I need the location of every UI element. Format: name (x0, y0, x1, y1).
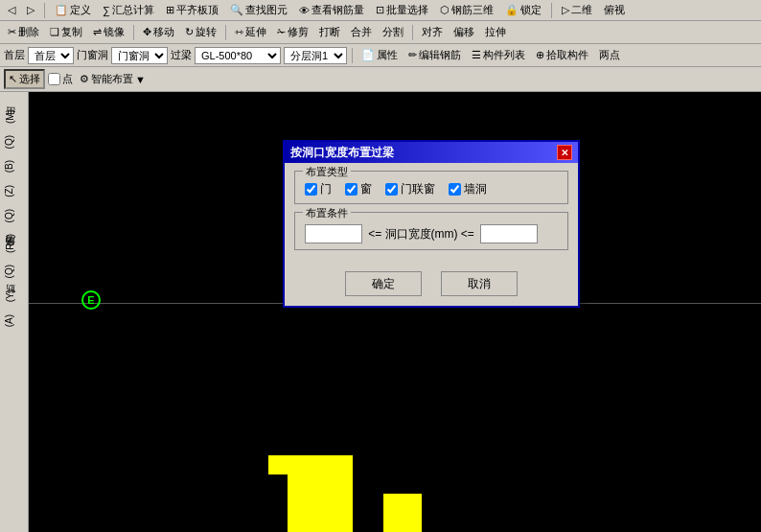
toolbar-property[interactable]: 📄 属性 (357, 46, 402, 64)
toolbar-arrow-left[interactable]: ◁ (4, 2, 19, 18)
toolbar-offset[interactable]: 偏移 (450, 23, 478, 41)
checkbox-door-window-label[interactable]: 门联窗 (385, 181, 435, 197)
floor-dropdown[interactable]: 首层 (28, 47, 74, 64)
toolbar-align[interactable]: 对齐 (418, 23, 447, 41)
left-panel-item-rf[interactable]: 层墙(RF) (2, 232, 26, 255)
toolbar-sum[interactable]: ∑ 汇总计算 (99, 1, 158, 19)
toolbar-copy[interactable]: ❏ 复制 (46, 23, 86, 41)
toolbar-delete[interactable]: ✂ 删除 (4, 23, 43, 41)
type-dropdown[interactable]: 门窗洞 (111, 47, 168, 64)
condition-text: <= 洞口宽度(mm) <= (368, 226, 474, 243)
toolbar-4: ↖ 选择 点 ⚙ 智能布置 ▼ (0, 67, 761, 92)
toolbar-mirror[interactable]: ⇌ 镜像 (89, 23, 128, 41)
checkbox-row: 门 窗 门联窗 墙洞 (305, 181, 558, 197)
smart-icon: ⚙ (80, 73, 89, 85)
checkbox-wall-hole[interactable] (449, 183, 461, 196)
sep6 (352, 48, 353, 63)
pick-icon: ⊕ (536, 49, 544, 61)
toolbar-merge[interactable]: 合并 (347, 23, 376, 41)
toolbar-3: 首层 首层 门窗洞 门窗洞 过梁 GL-500*80 分层洞1 📄 属性 ✏ 编… (0, 44, 761, 67)
layer-dropdown[interactable]: 分层洞1 (284, 47, 347, 64)
beam-dropdown[interactable]: GL-500*80 (195, 47, 281, 64)
checkbox-wall-hole-label[interactable]: 墙洞 (449, 181, 487, 197)
dialog-overlay: 按洞口宽度布置过梁 ✕ 布置类型 门 窗 (283, 140, 580, 308)
toolbar-edit-rebar[interactable]: ✏ 编辑钢筋 (404, 46, 465, 64)
toolbar-find-element[interactable]: 🔍 查找图元 (226, 1, 291, 19)
toolbar-break[interactable]: 打断 (315, 23, 344, 41)
edit-rebar-icon: ✏ (408, 49, 417, 61)
left-panel-item-a[interactable]: (A) (2, 312, 26, 329)
checkbox-window-label[interactable]: 窗 (345, 181, 372, 197)
e-marker: E (81, 290, 101, 310)
checkbox-door[interactable] (305, 183, 317, 196)
left-panel-item-y[interactable]: 筋(Y) (2, 288, 26, 304)
left-panel-item-m[interactable]: 出(M) (2, 107, 26, 126)
lock-icon: 🔒 (505, 4, 519, 16)
dialog-group-type: 布置类型 门 窗 门联窗 (294, 171, 568, 204)
black-gap-1 (268, 474, 288, 532)
toolbar-extend[interactable]: ⇿ 延伸 (231, 23, 270, 41)
condition-row: <= 洞口宽度(mm) <= (305, 224, 558, 243)
2d-icon: ▷ (562, 4, 569, 16)
align-top-icon: ⊞ (166, 4, 174, 16)
left-panel-item-z[interactable]: (Z) (2, 183, 26, 199)
toolbar-top-view[interactable]: 俯视 (600, 1, 629, 19)
condition-input-right[interactable] (480, 224, 538, 243)
left-panel-item-q[interactable]: (Q) (2, 133, 26, 150)
sep1 (44, 3, 45, 18)
sep4 (225, 25, 226, 40)
toolbar-batch-select[interactable]: ⊡ 批量选择 (372, 1, 432, 19)
left-panel-item-q3[interactable]: (Q) (2, 263, 26, 280)
condition-input-left[interactable] (305, 224, 362, 243)
canvas-area[interactable]: E 按洞口宽度布置过梁 ✕ 布置类型 门 (29, 92, 761, 532)
type-label: 门窗洞 (77, 48, 108, 62)
toolbar-align-top[interactable]: ⊞ 平齐板顶 (162, 1, 222, 19)
delete-icon: ✂ (8, 26, 16, 38)
left-panel-item-q2[interactable]: (Q) (2, 207, 26, 224)
toolbar-split[interactable]: 分割 (379, 23, 407, 41)
left-panel-item-b[interactable]: (B) (2, 158, 26, 174)
point-checkbox[interactable] (48, 73, 60, 85)
left-panel-item-type[interactable]: 型 (2, 96, 26, 100)
dialog-close-button[interactable]: ✕ (557, 145, 572, 160)
group2-title: 布置条件 (303, 206, 351, 220)
extend-icon: ⇿ (235, 26, 243, 38)
toolbar-move[interactable]: ✥ 移动 (139, 23, 178, 41)
toolbar-2d[interactable]: ▷ 二维 (558, 1, 596, 19)
main-container: 型 出(M) (Q) (B) (Z) (Q) 层墙(RF) (Q) 筋(Y) (… (0, 92, 761, 532)
define-icon: 📋 (55, 4, 68, 16)
smart-layout-button[interactable]: ⚙ 智能布置 ▼ (76, 70, 150, 88)
toolbar-arrow-right[interactable]: ▷ (23, 2, 38, 18)
list-icon: ☰ (472, 49, 481, 61)
dialog-group-condition: 布置条件 <= 洞口宽度(mm) <= (294, 212, 568, 250)
dialog-body: 布置类型 门 窗 门联窗 (285, 163, 578, 266)
toolbar-define[interactable]: 📋 定义 (51, 1, 95, 19)
cursor-icon: ↖ (9, 73, 17, 85)
checkbox-point[interactable]: 点 (48, 72, 73, 86)
toolbar-component-list[interactable]: ☰ 构件列表 (468, 46, 529, 64)
view-rebar-icon: 👁 (299, 5, 310, 16)
group1-title: 布置类型 (303, 165, 351, 179)
dialog-footer: 确定 取消 (285, 266, 578, 306)
toolbar-trim[interactable]: ✁ 修剪 (273, 23, 312, 41)
dialog-title: 按洞口宽度布置过梁 (290, 145, 394, 161)
toolbar-stretch[interactable]: 拉伸 (481, 23, 510, 41)
toolbar-two-point[interactable]: 两点 (595, 46, 624, 64)
trim-icon: ✁ (277, 26, 286, 38)
checkbox-window[interactable] (345, 183, 357, 196)
toolbar-view-rebar[interactable]: 👁 查看钢筋量 (295, 1, 368, 19)
mirror-icon: ⇌ (93, 26, 102, 38)
toolbar-rotate[interactable]: ↻ 旋转 (181, 23, 220, 41)
select-button[interactable]: ↖ 选择 (4, 69, 45, 89)
beam-label: 过梁 (171, 48, 192, 62)
black-inner (383, 455, 422, 494)
cancel-button[interactable]: 取消 (441, 271, 518, 296)
confirm-button[interactable]: 确定 (345, 271, 422, 296)
checkbox-door-window[interactable] (385, 183, 398, 196)
toolbar-rebar-3d[interactable]: ⬡ 钢筋三维 (436, 1, 497, 19)
dropdown-arrow-icon: ▼ (135, 74, 146, 85)
toolbar-lock[interactable]: 🔒 锁定 (501, 1, 545, 19)
checkbox-door-label[interactable]: 门 (305, 181, 332, 197)
toolbar-pick-component[interactable]: ⊕ 拾取构件 (532, 46, 592, 64)
toolbar-2: ✂ 删除 ❏ 复制 ⇌ 镜像 ✥ 移动 ↻ 旋转 ⇿ 延伸 ✁ 修剪 打断 合并… (0, 21, 761, 44)
